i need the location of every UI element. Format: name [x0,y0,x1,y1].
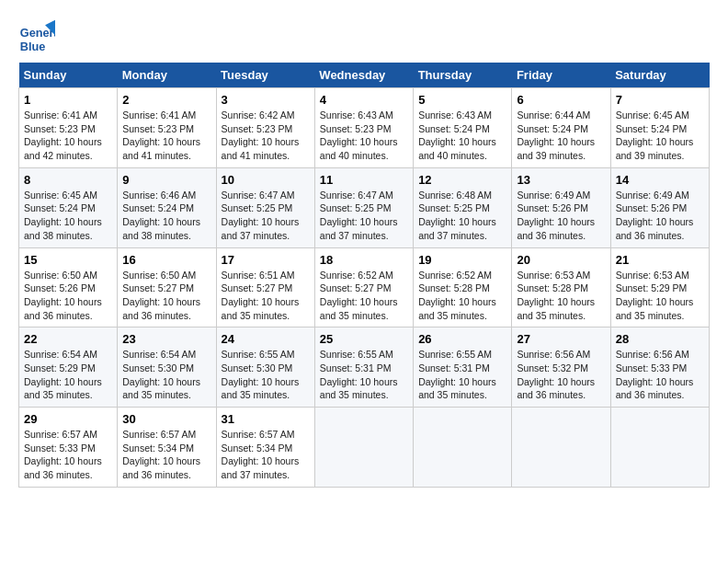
calendar-week-row: 1Sunrise: 6:41 AMSunset: 5:23 PMDaylight… [19,88,710,168]
logo: General Blue [18,18,59,55]
day-info: Sunrise: 6:41 AMSunset: 5:23 PMDaylight:… [122,109,210,163]
weekday-header-cell: Thursday [414,63,512,88]
calendar-day-cell: 21Sunrise: 6:53 AMSunset: 5:29 PMDayligh… [610,247,709,327]
calendar-day-cell: 8Sunrise: 6:45 AMSunset: 5:24 PMDaylight… [19,167,118,247]
day-info: Sunrise: 6:57 AMSunset: 5:34 PMDaylight:… [122,428,210,482]
calendar-week-row: 29Sunrise: 6:57 AMSunset: 5:33 PMDayligh… [19,408,710,488]
weekday-header-cell: Tuesday [216,63,314,88]
day-info: Sunrise: 6:57 AMSunset: 5:33 PMDaylight:… [24,428,112,482]
day-info: Sunrise: 6:52 AMSunset: 5:27 PMDaylight:… [320,269,408,323]
day-number: 11 [320,173,408,187]
calendar-day-cell: 12Sunrise: 6:48 AMSunset: 5:25 PMDayligh… [414,167,512,247]
calendar-day-cell [512,408,610,488]
day-number: 18 [320,253,408,267]
day-number: 7 [616,93,704,107]
day-number: 27 [517,332,605,346]
weekday-header-row: SundayMondayTuesdayWednesdayThursdayFrid… [19,63,710,88]
day-info: Sunrise: 6:47 AMSunset: 5:25 PMDaylight:… [222,189,310,243]
day-info: Sunrise: 6:56 AMSunset: 5:32 PMDaylight:… [517,348,605,402]
calendar-day-cell: 1Sunrise: 6:41 AMSunset: 5:23 PMDaylight… [19,88,118,168]
svg-text:Blue: Blue [20,40,46,53]
calendar-day-cell: 3Sunrise: 6:42 AMSunset: 5:23 PMDaylight… [216,88,314,168]
day-info: Sunrise: 6:51 AMSunset: 5:27 PMDaylight:… [222,269,310,323]
day-info: Sunrise: 6:43 AMSunset: 5:24 PMDaylight:… [418,109,506,163]
day-info: Sunrise: 6:45 AMSunset: 5:24 PMDaylight:… [616,109,704,163]
day-info: Sunrise: 6:57 AMSunset: 5:34 PMDaylight:… [222,428,310,482]
calendar-day-cell: 10Sunrise: 6:47 AMSunset: 5:25 PMDayligh… [216,167,314,247]
day-info: Sunrise: 6:43 AMSunset: 5:23 PMDaylight:… [320,109,408,163]
calendar-day-cell [314,408,413,488]
calendar-day-cell: 14Sunrise: 6:49 AMSunset: 5:26 PMDayligh… [610,167,709,247]
calendar-day-cell: 5Sunrise: 6:43 AMSunset: 5:24 PMDaylight… [414,88,512,168]
day-number: 23 [122,332,210,346]
day-number: 4 [320,93,408,107]
calendar-day-cell: 16Sunrise: 6:50 AMSunset: 5:27 PMDayligh… [118,247,216,327]
calendar-day-cell: 28Sunrise: 6:56 AMSunset: 5:33 PMDayligh… [610,327,709,408]
weekday-header-cell: Sunday [19,63,118,88]
calendar-day-cell [414,408,512,488]
calendar-day-cell: 20Sunrise: 6:53 AMSunset: 5:28 PMDayligh… [512,247,610,327]
calendar-table: SundayMondayTuesdayWednesdayThursdayFrid… [18,63,710,488]
calendar-day-cell: 22Sunrise: 6:54 AMSunset: 5:29 PMDayligh… [19,327,118,408]
day-number: 5 [418,93,506,107]
calendar-day-cell: 7Sunrise: 6:45 AMSunset: 5:24 PMDaylight… [610,88,709,168]
calendar-day-cell: 6Sunrise: 6:44 AMSunset: 5:24 PMDaylight… [512,88,610,168]
day-number: 9 [122,173,210,187]
day-info: Sunrise: 6:53 AMSunset: 5:28 PMDaylight:… [517,269,605,323]
calendar-day-cell [610,408,709,488]
calendar-day-cell: 9Sunrise: 6:46 AMSunset: 5:24 PMDaylight… [118,167,216,247]
day-number: 22 [24,332,112,346]
calendar-day-cell: 18Sunrise: 6:52 AMSunset: 5:27 PMDayligh… [314,247,413,327]
day-number: 20 [517,253,605,267]
day-info: Sunrise: 6:56 AMSunset: 5:33 PMDaylight:… [616,348,704,402]
day-info: Sunrise: 6:50 AMSunset: 5:27 PMDaylight:… [122,269,210,323]
day-number: 3 [222,93,310,107]
calendar-day-cell: 27Sunrise: 6:56 AMSunset: 5:32 PMDayligh… [512,327,610,408]
day-info: Sunrise: 6:52 AMSunset: 5:28 PMDaylight:… [418,269,506,323]
day-number: 8 [24,173,112,187]
calendar-day-cell: 19Sunrise: 6:52 AMSunset: 5:28 PMDayligh… [414,247,512,327]
day-info: Sunrise: 6:54 AMSunset: 5:30 PMDaylight:… [122,348,210,402]
day-number: 16 [122,253,210,267]
day-info: Sunrise: 6:44 AMSunset: 5:24 PMDaylight:… [517,109,605,163]
day-number: 31 [222,412,310,426]
calendar-week-row: 22Sunrise: 6:54 AMSunset: 5:29 PMDayligh… [19,327,710,408]
day-info: Sunrise: 6:55 AMSunset: 5:30 PMDaylight:… [222,348,310,402]
day-info: Sunrise: 6:45 AMSunset: 5:24 PMDaylight:… [24,189,112,243]
day-number: 25 [320,332,408,346]
weekday-header-cell: Saturday [610,63,709,88]
calendar-day-cell: 4Sunrise: 6:43 AMSunset: 5:23 PMDaylight… [314,88,413,168]
calendar-day-cell: 26Sunrise: 6:55 AMSunset: 5:31 PMDayligh… [414,327,512,408]
calendar-day-cell: 11Sunrise: 6:47 AMSunset: 5:25 PMDayligh… [314,167,413,247]
weekday-header-cell: Wednesday [314,63,413,88]
day-number: 26 [418,332,506,346]
day-number: 29 [24,412,112,426]
day-number: 24 [222,332,310,346]
day-number: 1 [24,93,112,107]
calendar-day-cell: 2Sunrise: 6:41 AMSunset: 5:23 PMDaylight… [118,88,216,168]
calendar-body: 1Sunrise: 6:41 AMSunset: 5:23 PMDaylight… [19,88,710,488]
day-number: 17 [222,253,310,267]
day-info: Sunrise: 6:46 AMSunset: 5:24 PMDaylight:… [122,189,210,243]
day-number: 10 [222,173,310,187]
day-info: Sunrise: 6:55 AMSunset: 5:31 PMDaylight:… [418,348,506,402]
day-number: 28 [616,332,704,346]
day-number: 15 [24,253,112,267]
day-info: Sunrise: 6:49 AMSunset: 5:26 PMDaylight:… [517,189,605,243]
calendar-day-cell: 23Sunrise: 6:54 AMSunset: 5:30 PMDayligh… [118,327,216,408]
day-number: 12 [418,173,506,187]
calendar-day-cell: 29Sunrise: 6:57 AMSunset: 5:33 PMDayligh… [19,408,118,488]
page-header: General Blue [18,18,710,55]
day-number: 2 [122,93,210,107]
calendar-week-row: 15Sunrise: 6:50 AMSunset: 5:26 PMDayligh… [19,247,710,327]
day-info: Sunrise: 6:50 AMSunset: 5:26 PMDaylight:… [24,269,112,323]
day-info: Sunrise: 6:47 AMSunset: 5:25 PMDaylight:… [320,189,408,243]
weekday-header-cell: Monday [118,63,216,88]
day-info: Sunrise: 6:54 AMSunset: 5:29 PMDaylight:… [24,348,112,402]
day-info: Sunrise: 6:42 AMSunset: 5:23 PMDaylight:… [222,109,310,163]
day-info: Sunrise: 6:53 AMSunset: 5:29 PMDaylight:… [616,269,704,323]
day-number: 30 [122,412,210,426]
day-info: Sunrise: 6:41 AMSunset: 5:23 PMDaylight:… [24,109,112,163]
calendar-day-cell: 30Sunrise: 6:57 AMSunset: 5:34 PMDayligh… [118,408,216,488]
calendar-day-cell: 25Sunrise: 6:55 AMSunset: 5:31 PMDayligh… [314,327,413,408]
